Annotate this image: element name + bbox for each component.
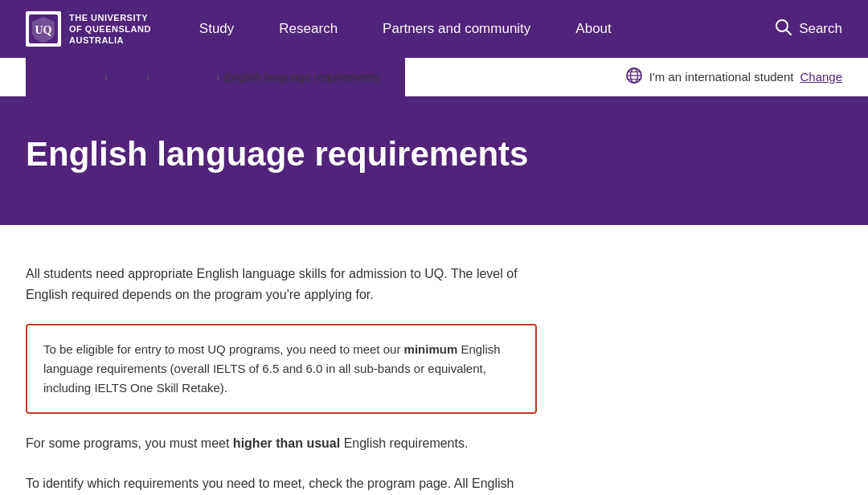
- breadcrumb-sep-3: ›: [216, 72, 219, 83]
- intl-student-label: I'm an international student: [649, 70, 794, 84]
- higher-requirements-paragraph: For some programs, you must meet higher …: [26, 433, 537, 454]
- breadcrumb-study[interactable]: Study: [113, 71, 141, 84]
- search-button[interactable]: Search: [775, 18, 842, 40]
- breadcrumb-current: English language requirements: [224, 71, 379, 84]
- breadcrumb-uq-home[interactable]: UQ home: [51, 71, 100, 84]
- svg-text:UQ: UQ: [35, 24, 52, 36]
- logo-text: The University of Queensland Australia: [69, 12, 151, 47]
- globe-icon: [625, 67, 643, 87]
- identify-paragraph: To identify which requirements you need …: [26, 473, 537, 495]
- intro-paragraph: All students need appropriate English la…: [26, 264, 537, 305]
- nav-about[interactable]: About: [553, 0, 633, 58]
- higher-prefix: For some programs, you must meet: [26, 436, 233, 450]
- search-icon: [775, 18, 792, 40]
- higher-bold: higher than usual: [233, 436, 340, 450]
- search-label: Search: [799, 21, 842, 37]
- svg-line-3: [787, 30, 792, 35]
- highlight-prefix: To be eligible for entry to most UQ prog…: [43, 342, 404, 356]
- change-intl-link[interactable]: Change: [800, 70, 842, 84]
- page-title: English language requirements: [26, 135, 588, 174]
- breadcrumb-sep-2: ›: [146, 72, 149, 83]
- highlight-bold: minimum: [404, 342, 458, 356]
- breadcrumb-sep-1: ›: [104, 72, 108, 83]
- breadcrumb-admissions[interactable]: Admissions: [154, 71, 212, 84]
- main-content: All students need appropriate English la…: [0, 225, 563, 495]
- hero-section: English language requirements: [0, 96, 868, 225]
- breadcrumb: UQ home › Study › Admissions › English l…: [26, 48, 405, 106]
- logo-shield: UQ: [26, 11, 61, 47]
- highlight-box: To be eligible for entry to most UQ prog…: [26, 324, 537, 414]
- intl-student-bar: I'm an international student Change: [625, 67, 842, 87]
- higher-suffix: English requirements.: [340, 436, 468, 450]
- university-logo[interactable]: UQ The University of Queensland Australi…: [26, 11, 151, 47]
- breadcrumb-bar: UQ home › Study › Admissions › English l…: [0, 58, 868, 96]
